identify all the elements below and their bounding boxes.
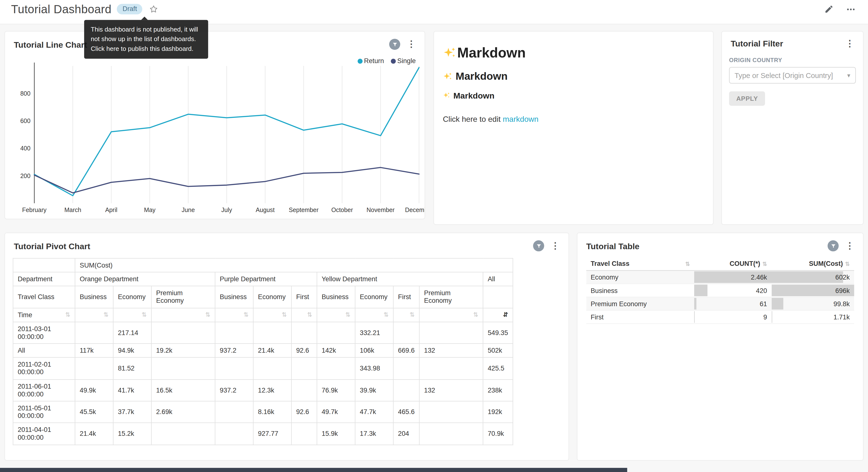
sort-icon[interactable]: ⇅ bbox=[345, 311, 350, 319]
filter-indicator-icon[interactable] bbox=[533, 240, 544, 252]
table-header-row: Travel Class⇅COUNT(*)⇅SUM(Cost)⇅ bbox=[586, 257, 854, 270]
filter-body: ORIGIN COUNTRY Type or Select [Origin Co… bbox=[722, 57, 863, 106]
col-header-count[interactable]: COUNT(*)⇅ bbox=[694, 257, 771, 270]
pivot-value-cell: 927.77 bbox=[253, 423, 291, 445]
pivot-value-cell bbox=[291, 379, 317, 401]
kebab-menu-icon[interactable]: ⋮ bbox=[844, 39, 855, 48]
pivot-sort-cell[interactable]: ⇅ bbox=[317, 308, 355, 322]
pivot-class-header bbox=[483, 286, 513, 308]
legend-dot bbox=[358, 58, 362, 63]
sort-icon[interactable]: ⇅ bbox=[409, 311, 415, 319]
pivot-sort-cell[interactable]: ⇅ bbox=[419, 308, 483, 322]
pivot-value-cell: 192k bbox=[483, 401, 513, 423]
markdown-edit-link[interactable]: markdown bbox=[503, 115, 538, 123]
pivot-value-cell: 8.16k bbox=[253, 401, 291, 423]
pivot-class-header: First bbox=[394, 286, 419, 308]
svg-text:800: 800 bbox=[20, 90, 31, 97]
pivot-sort-cell[interactable]: ⇅ bbox=[355, 308, 393, 322]
svg-text:August: August bbox=[256, 206, 275, 213]
filter-card: Tutorial Filter ⋮ ORIGIN COUNTRY Type or… bbox=[721, 31, 864, 225]
pivot-value-cell: 106k bbox=[355, 344, 393, 358]
sort-icon[interactable]: ⇅ bbox=[282, 311, 287, 319]
table-row[interactable]: First91.71k bbox=[586, 311, 854, 324]
sort-icon[interactable]: ⇅ bbox=[383, 311, 389, 319]
pivot-class-header: Economy bbox=[253, 286, 291, 308]
sparkles-icon bbox=[443, 92, 450, 99]
svg-text:600: 600 bbox=[20, 117, 31, 124]
pivot-value-cell: 47.7k bbox=[355, 401, 393, 423]
pivot-class-header: Economy bbox=[113, 286, 151, 308]
header-left: Tutorial Dashboard Draft bbox=[11, 2, 158, 16]
pivot-sort-cell[interactable]: ⇅ bbox=[113, 308, 151, 322]
sort-icon[interactable]: ⇅ bbox=[845, 261, 850, 267]
pivot-value-cell: 465.6 bbox=[394, 401, 419, 423]
pivot-group-header: Orange Department bbox=[75, 272, 215, 286]
pivot-value-cell: 132 bbox=[419, 344, 483, 358]
markdown-h3-text: Markdown bbox=[453, 91, 494, 100]
table-row[interactable]: Premium Economy6199.8k bbox=[586, 297, 854, 311]
line-chart-card: Tutorial Line Chart ⋮ ReturnSingle 20040… bbox=[4, 31, 425, 219]
pivot-chart-card: Tutorial Pivot Chart ⋮ SUM(Cost)Departme… bbox=[4, 233, 569, 461]
sparkles-icon bbox=[443, 46, 456, 59]
apply-button[interactable]: APPLY bbox=[729, 91, 765, 106]
pivot-sort-cell[interactable]: ⇅ bbox=[75, 308, 113, 322]
col-header-travel-class[interactable]: Travel Class⇅ bbox=[586, 257, 694, 270]
draft-badge[interactable]: Draft bbox=[117, 4, 143, 14]
pivot-sort-cell[interactable]: ⇅ bbox=[151, 308, 215, 322]
pivot-value-cell: 39.9k bbox=[355, 379, 393, 401]
filter-indicator-icon[interactable] bbox=[828, 240, 839, 252]
favorite-star-icon[interactable] bbox=[149, 4, 158, 14]
sort-icon[interactable]: ⇅ bbox=[244, 311, 249, 319]
sparkles-icon bbox=[443, 72, 452, 81]
pivot-value-cell: 41.7k bbox=[113, 379, 151, 401]
sort-icon[interactable]: ⇅ bbox=[307, 311, 312, 319]
pivot-value-cell: 81.52 bbox=[113, 358, 151, 379]
svg-text:December: December bbox=[405, 206, 425, 213]
pivot-sort-cell[interactable]: ⇅ bbox=[394, 308, 419, 322]
pivot-time-header[interactable]: Time⇅ bbox=[13, 308, 75, 322]
pivot-sort-cell[interactable]: ⇅ bbox=[215, 308, 253, 322]
pivot-value-cell bbox=[394, 358, 419, 379]
pivot-row: 2011-06-01 00:00:0049.9k41.7k16.5k937.21… bbox=[13, 379, 513, 401]
pivot-sort-cell[interactable]: ⇵ bbox=[483, 308, 513, 322]
pivot-value-cell: 94.9k bbox=[113, 344, 151, 358]
kebab-menu-icon[interactable]: ⋮ bbox=[550, 241, 561, 250]
pivot-class-row: Travel ClassBusinessEconomyPremium Econo… bbox=[13, 286, 513, 308]
pivot-class-header: Premium Economy bbox=[151, 286, 215, 308]
pivot-value-cell bbox=[75, 322, 113, 344]
svg-text:October: October bbox=[331, 206, 353, 213]
sort-active-icon[interactable]: ⇵ bbox=[503, 311, 508, 319]
kebab-menu-icon[interactable]: ⋮ bbox=[844, 241, 855, 250]
table-row[interactable]: Economy2.46k602k bbox=[586, 270, 854, 284]
pivot-value-cell: 132 bbox=[419, 379, 483, 401]
sort-icon[interactable]: ⇅ bbox=[205, 311, 210, 319]
pivot-value-cell bbox=[419, 423, 483, 445]
legend-item-return[interactable]: Return bbox=[358, 57, 384, 65]
pivot-value-cell: 204 bbox=[394, 423, 419, 445]
markdown-h1-text: Markdown bbox=[457, 45, 526, 61]
origin-country-select[interactable]: Type or Select [Origin Country] ▾ bbox=[729, 67, 856, 84]
pivot-sort-cell[interactable]: ⇅ bbox=[253, 308, 291, 322]
sort-icon[interactable]: ⇅ bbox=[763, 261, 767, 267]
filter-card-header: Tutorial Filter ⋮ bbox=[722, 32, 863, 48]
col-header-sum[interactable]: SUM(Cost)⇅ bbox=[771, 257, 854, 270]
edit-pencil-icon[interactable] bbox=[824, 4, 834, 14]
pivot-sort-cell[interactable]: ⇅ bbox=[291, 308, 317, 322]
pivot-row: 2011-02-01 00:00:0081.52343.98425.5 bbox=[13, 358, 513, 379]
publish-tooltip[interactable]: This dashboard is not published, it will… bbox=[84, 20, 208, 59]
sort-icon[interactable]: ⇅ bbox=[65, 311, 70, 318]
travel-class-cell: Premium Economy bbox=[586, 297, 694, 311]
sort-icon[interactable]: ⇅ bbox=[103, 311, 108, 319]
sort-icon[interactable]: ⇅ bbox=[685, 261, 690, 267]
pivot-value-cell bbox=[291, 423, 317, 445]
data-table: Travel Class⇅COUNT(*)⇅SUM(Cost)⇅ Economy… bbox=[586, 257, 854, 324]
pivot-value-cell: 937.2 bbox=[215, 344, 253, 358]
table-row[interactable]: Business420696k bbox=[586, 284, 854, 297]
publish-tooltip-text: This dashboard is not published, it will… bbox=[91, 26, 198, 52]
sort-icon[interactable]: ⇅ bbox=[473, 311, 478, 319]
pivot-value-cell: 19.2k bbox=[151, 344, 215, 358]
markdown-paragraph-text: Click here to edit bbox=[443, 115, 503, 123]
more-menu-icon[interactable] bbox=[846, 4, 856, 14]
sort-icon[interactable]: ⇅ bbox=[142, 311, 147, 319]
legend-item-single[interactable]: Single bbox=[391, 57, 416, 65]
